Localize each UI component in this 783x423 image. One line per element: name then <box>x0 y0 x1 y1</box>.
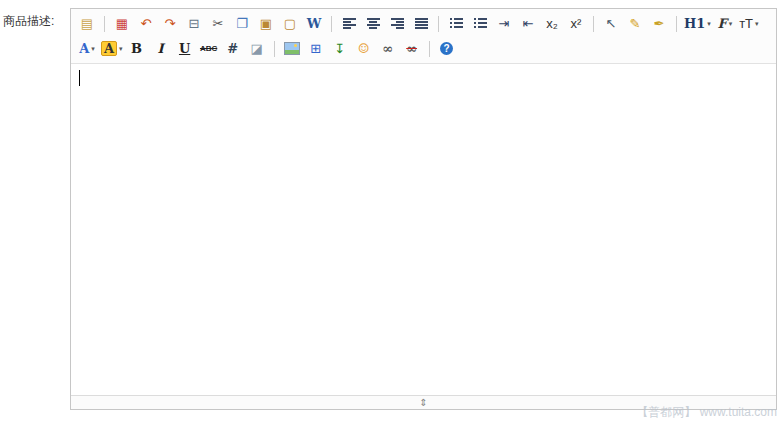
toolbar-separator <box>331 16 332 32</box>
dropdown-arrow-icon: ▾ <box>707 20 711 27</box>
select-cursor-button[interactable]: ↖ <box>600 13 622 35</box>
link-button[interactable]: ∞ <box>377 38 399 60</box>
rich-text-editor: ▤▦↶↷⊟✂❐▣▢W⇥⇤x₂x²↖✎✒H1▾F▾тT▾ A▾A▾BIUABC#◪… <box>70 8 777 410</box>
font-size-icon: тT <box>739 17 753 30</box>
print-button[interactable]: ⊟ <box>183 13 205 35</box>
bold-icon: B <box>131 42 142 55</box>
insert-table-button[interactable]: ⊞ <box>305 38 327 60</box>
text-caret <box>79 70 80 86</box>
lineheight-button[interactable]: # <box>222 38 244 60</box>
source-code-button[interactable]: ▤ <box>76 13 98 35</box>
unordered-list-button[interactable] <box>469 13 491 35</box>
editor-toolbar: ▤▦↶↷⊟✂❐▣▢W⇥⇤x₂x²↖✎✒H1▾F▾тT▾ A▾A▾BIUABC#◪… <box>71 9 776 64</box>
heading-dropdown[interactable]: H1▾ <box>683 13 712 35</box>
image-icon <box>284 42 300 55</box>
indent-icon: ⇥ <box>499 17 510 30</box>
text-color-icon: A <box>79 42 89 55</box>
unlink-button[interactable]: ∞ <box>401 38 423 60</box>
toolbar-separator <box>429 41 430 57</box>
format-brush-icon: ✎ <box>630 17 641 30</box>
help-button[interactable]: ? <box>436 38 458 60</box>
horizontal-rule-button[interactable]: ↧ <box>329 38 351 60</box>
align-justify-icon <box>415 18 428 29</box>
toolbar-separator <box>593 16 594 32</box>
preview-icon: ▦ <box>116 17 128 30</box>
link-chain-icon: ∞ <box>382 42 393 55</box>
cut-icon: ✂ <box>213 17 224 30</box>
unlink-icon: ∞ <box>406 42 417 55</box>
subscript-button[interactable]: x₂ <box>541 13 563 35</box>
copy-icon: ❐ <box>236 17 248 30</box>
align-right-icon <box>391 18 404 29</box>
outdent-icon: ⇤ <box>523 17 534 30</box>
cursor-arrow-icon: ↖ <box>606 17 617 30</box>
emoticon-button[interactable]: ☺ <box>353 38 375 60</box>
indent-button[interactable]: ⇥ <box>493 13 515 35</box>
align-right-button[interactable] <box>386 13 408 35</box>
emoticon-smiley-icon: ☺ <box>358 42 370 55</box>
strikethrough-button[interactable]: ABC <box>198 38 220 60</box>
font-size-dropdown[interactable]: тT▾ <box>738 13 760 35</box>
highlight-color-dropdown[interactable]: A▾ <box>100 38 124 60</box>
resize-handle[interactable]: ⇕ <box>419 398 427 408</box>
undo-button[interactable]: ↶ <box>135 13 157 35</box>
quick-format-button[interactable]: ✎ <box>624 13 646 35</box>
heading-h1-icon: H1 <box>684 17 705 30</box>
bold-button[interactable]: B <box>126 38 148 60</box>
cut-button[interactable]: ✂ <box>207 13 229 35</box>
paste-icon: ▣ <box>260 17 272 30</box>
ordered-list-button[interactable] <box>445 13 467 35</box>
clear-format-icon: ✒ <box>654 17 665 30</box>
underline-icon: U <box>179 42 190 55</box>
ordered-list-icon <box>450 18 463 29</box>
undo-icon: ↶ <box>141 17 152 30</box>
redo-icon: ↷ <box>165 17 176 30</box>
toolbar-separator <box>438 16 439 32</box>
page-root: 商品描述: ▤▦↶↷⊟✂❐▣▢W⇥⇤x₂x²↖✎✒H1▾F▾тT▾ A▾A▾BI… <box>0 0 783 423</box>
underline-button[interactable]: U <box>174 38 196 60</box>
dropdown-arrow-icon: ▾ <box>729 20 733 27</box>
paste-word-button[interactable]: W <box>303 13 325 35</box>
paste-text-button[interactable]: ▢ <box>279 13 301 35</box>
align-center-button[interactable] <box>362 13 384 35</box>
preview-button[interactable]: ▦ <box>111 13 133 35</box>
align-justify-button[interactable] <box>410 13 432 35</box>
toolbar-row-2: A▾A▾BIUABC#◪⊞↧☺∞∞? <box>75 36 772 61</box>
italic-icon: I <box>158 42 164 55</box>
highlight-color-icon: A <box>101 41 117 56</box>
toolbar-separator <box>676 16 677 32</box>
superscript-button[interactable]: x² <box>565 13 587 35</box>
copy-button[interactable]: ❐ <box>231 13 253 35</box>
redo-button[interactable]: ↷ <box>159 13 181 35</box>
help-question-icon: ? <box>440 42 453 55</box>
dropdown-arrow-icon: ▾ <box>91 45 95 52</box>
toolbar-separator <box>274 41 275 57</box>
strikethrough-icon: ABC <box>200 45 217 53</box>
align-left-icon <box>343 18 356 29</box>
align-left-button[interactable] <box>338 13 360 35</box>
resize-grip-icon: ⇕ <box>419 398 427 408</box>
clear-format-button[interactable]: ✒ <box>648 13 670 35</box>
unordered-list-icon <box>474 18 487 29</box>
eraser-icon: ◪ <box>250 42 262 55</box>
paste-button[interactable]: ▣ <box>255 13 277 35</box>
dropdown-arrow-icon: ▾ <box>755 20 759 27</box>
insert-image-button[interactable] <box>281 38 303 60</box>
paste-from-word-icon: W <box>307 17 322 30</box>
dropdown-arrow-icon: ▾ <box>119 45 123 52</box>
font-family-dropdown[interactable]: F▾ <box>714 13 736 35</box>
text-color-dropdown[interactable]: A▾ <box>76 38 98 60</box>
table-icon: ⊞ <box>310 42 321 55</box>
source-code-icon: ▤ <box>81 17 93 30</box>
product-description-label: 商品描述: <box>3 13 54 30</box>
print-icon: ⊟ <box>189 17 200 30</box>
remove-format-button[interactable]: ◪ <box>246 38 268 60</box>
outdent-button[interactable]: ⇤ <box>517 13 539 35</box>
editor-content-area[interactable] <box>71 64 776 395</box>
paste-as-text-icon: ▢ <box>284 17 296 30</box>
horizontal-rule-icon: ↧ <box>334 42 345 55</box>
italic-button[interactable]: I <box>150 38 172 60</box>
toolbar-separator <box>104 16 105 32</box>
superscript-icon: x² <box>571 17 582 30</box>
align-center-icon <box>367 18 380 29</box>
